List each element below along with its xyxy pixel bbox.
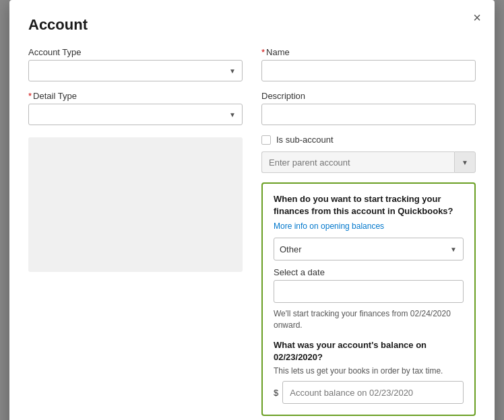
name-input[interactable]	[261, 60, 476, 81]
detail-type-select[interactable]	[28, 104, 243, 125]
more-info-link[interactable]: More info on opening balances	[274, 221, 464, 231]
dollar-sign: $	[274, 388, 278, 398]
sub-account-label: Is sub-account	[276, 135, 334, 145]
tracking-select[interactable]: Other Beginning of this year Today	[274, 238, 464, 260]
date-input[interactable]: 02/24/2020	[274, 280, 464, 303]
close-button[interactable]: ×	[473, 11, 481, 24]
detail-type-required-star: *	[28, 91, 32, 101]
detail-type-select-wrapper	[28, 104, 243, 125]
account-type-label: Account Type	[28, 47, 243, 57]
sub-account-row: Is sub-account	[261, 135, 476, 145]
select-date-label: Select a date	[274, 267, 464, 277]
description-input[interactable]	[261, 104, 476, 125]
balance-question: What was your account's balance on 02/23…	[274, 339, 464, 363]
parent-account-input[interactable]	[261, 151, 454, 173]
account-modal: Account × Account Type *Name *Detail Typ…	[9, 0, 495, 420]
sub-account-checkbox[interactable]	[261, 135, 271, 145]
balance-input[interactable]	[282, 381, 464, 404]
modal-title: Account	[28, 16, 476, 34]
tracking-box: When do you want to start tracking your …	[261, 182, 476, 416]
info-panel	[28, 137, 243, 272]
parent-account-row: ▼	[261, 151, 476, 173]
balance-note: This lets us get your books in order by …	[274, 366, 464, 376]
account-type-select-wrapper	[28, 60, 243, 81]
parent-account-dropdown-btn[interactable]: ▼	[454, 151, 476, 173]
balance-input-row: $	[274, 381, 464, 404]
account-type-select[interactable]	[28, 60, 243, 81]
name-required-star: *	[261, 47, 265, 57]
description-label: Description	[261, 91, 476, 101]
right-panel: Is sub-account ▼ When do you want to sta…	[261, 135, 476, 416]
tracking-question: When do you want to start tracking your …	[274, 193, 464, 217]
detail-type-label: *Detail Type	[28, 91, 243, 101]
tracking-select-wrapper: Other Beginning of this year Today	[274, 238, 464, 260]
name-label: *Name	[261, 47, 476, 57]
tracking-note: We'll start tracking your finances from …	[274, 308, 464, 331]
